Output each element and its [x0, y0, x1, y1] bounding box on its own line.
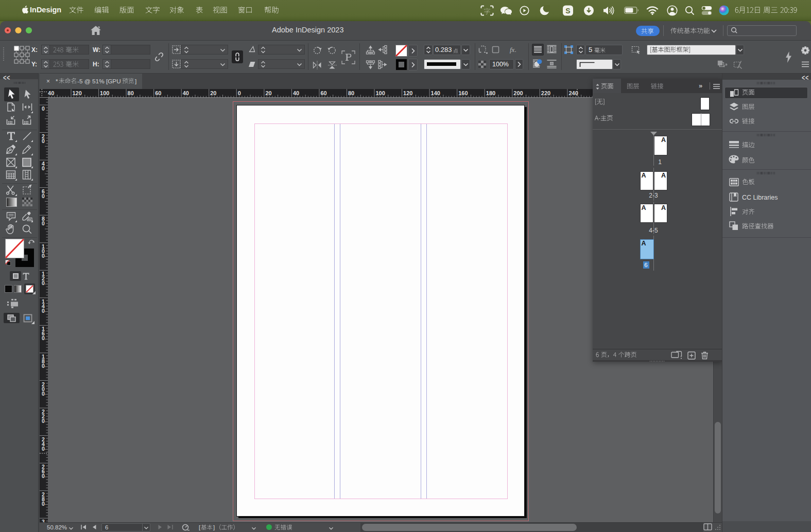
svg-text:60: 60 [155, 90, 161, 96]
svg-text:0: 0 [42, 363, 45, 369]
svg-text:0: 0 [42, 165, 45, 171]
svg-text:0: 0 [42, 446, 45, 452]
svg-text:40: 40 [293, 90, 299, 96]
svg-text:80: 80 [348, 90, 354, 96]
svg-text:0: 0 [42, 280, 45, 286]
svg-text:0: 0 [42, 220, 45, 226]
svg-text:0: 0 [42, 193, 45, 199]
svg-text:20: 20 [210, 90, 216, 96]
svg-text:40: 40 [183, 90, 189, 96]
svg-text:20: 20 [265, 90, 271, 96]
svg-text:160: 160 [458, 90, 468, 96]
svg-text:0: 0 [238, 90, 241, 96]
svg-text:180: 180 [486, 90, 495, 96]
svg-text:0: 0 [42, 501, 45, 507]
svg-text:0: 0 [42, 335, 45, 341]
svg-text:S: S [565, 7, 570, 15]
svg-text:0: 0 [42, 308, 45, 314]
svg-text:80: 80 [128, 90, 134, 96]
svg-text:120: 120 [73, 90, 82, 96]
svg-text:100: 100 [100, 90, 109, 96]
svg-text:0: 0 [42, 418, 45, 424]
svg-text:120: 120 [403, 90, 412, 96]
svg-text:140: 140 [431, 90, 440, 96]
svg-text:140: 140 [48, 90, 54, 96]
svg-text:200: 200 [513, 90, 523, 96]
svg-text:3: 3 [42, 519, 45, 522]
svg-text:240: 240 [568, 90, 578, 96]
svg-text:100: 100 [376, 90, 385, 96]
svg-text:220: 220 [541, 90, 550, 96]
svg-text:0: 0 [42, 253, 45, 259]
svg-text:0: 0 [42, 138, 45, 144]
svg-text:0: 0 [42, 473, 45, 479]
svg-text:60: 60 [321, 90, 327, 96]
svg-text:0: 0 [42, 105, 45, 112]
svg-text:0: 0 [42, 391, 45, 397]
